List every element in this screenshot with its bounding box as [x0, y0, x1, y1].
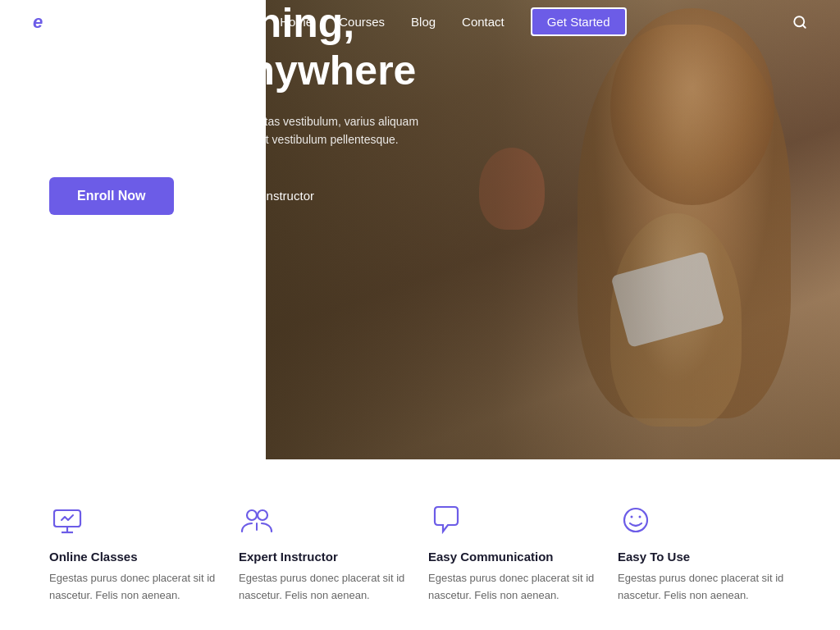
svg-point-6	[258, 510, 267, 520]
nav-courses-link[interactable]: Courses	[339, 15, 385, 29]
feature-easy-to-use: Easy To Use Egestas purus donec placerat…	[618, 502, 791, 605]
feature-online-classes-title: Online Classes	[49, 550, 138, 564]
feature-communication-desc: Egestas purus donec placerat sit id nasc…	[428, 570, 601, 605]
search-icon[interactable]	[792, 15, 807, 30]
brand-logo: e Learning	[33, 11, 114, 33]
hero-buttons: Enroll Now Become An Instructor	[49, 177, 459, 215]
nav-courses[interactable]: Courses	[339, 15, 385, 30]
feature-online-classes: Online Classes Egestas purus donec place…	[49, 502, 222, 605]
svg-point-5	[247, 510, 257, 520]
svg-point-8	[624, 509, 647, 532]
svg-point-9	[631, 516, 633, 518]
smile-icon	[618, 502, 654, 538]
svg-point-10	[639, 516, 641, 518]
nav-home[interactable]: Home	[280, 15, 313, 30]
features-section: Online Classes Egestas purus donec place…	[0, 459, 840, 630]
feature-easy-title: Easy To Use	[618, 550, 690, 564]
feature-easy-desc: Egestas purus donec placerat sit id nasc…	[618, 570, 791, 605]
hero-section: e Learning Home Courses Blog Contact Get…	[0, 0, 840, 459]
monitor-icon	[49, 502, 85, 538]
instructor-icon	[239, 502, 275, 538]
logo-e: e	[33, 11, 43, 33]
feature-communication-title: Easy Communication	[428, 550, 554, 564]
feature-expert-title: Expert Instructor	[239, 550, 338, 564]
feature-expert-desc: Egestas purus donec placerat sit id nasc…	[239, 570, 412, 605]
chat-icon	[428, 502, 464, 538]
feature-easy-communication: Easy Communication Egestas purus donec p…	[428, 502, 601, 605]
nav-home-link[interactable]: Home	[280, 15, 313, 29]
feature-online-classes-desc: Egestas purus donec placerat sit id nasc…	[49, 570, 222, 605]
svg-line-1	[802, 25, 805, 27]
logo-text: Learning	[44, 13, 113, 32]
become-instructor-button[interactable]: Become An Instructor	[197, 189, 314, 203]
hero-description: Tincidunt habitant rhoncus eu massa eges…	[49, 112, 443, 149]
nav-cta[interactable]: Get Started	[531, 15, 627, 30]
nav-blog-link[interactable]: Blog	[411, 15, 436, 29]
enroll-now-button[interactable]: Enroll Now	[49, 177, 174, 215]
feature-expert-instructor: Expert Instructor Egestas purus donec pl…	[239, 502, 412, 605]
nav-blog[interactable]: Blog	[411, 15, 436, 30]
navbar: e Learning Home Courses Blog Contact Get…	[0, 0, 840, 44]
nav-contact[interactable]: Contact	[462, 15, 504, 30]
get-started-button[interactable]: Get Started	[531, 7, 627, 36]
nav-links: Home Courses Blog Contact Get Started	[280, 15, 626, 30]
nav-contact-link[interactable]: Contact	[462, 15, 504, 29]
